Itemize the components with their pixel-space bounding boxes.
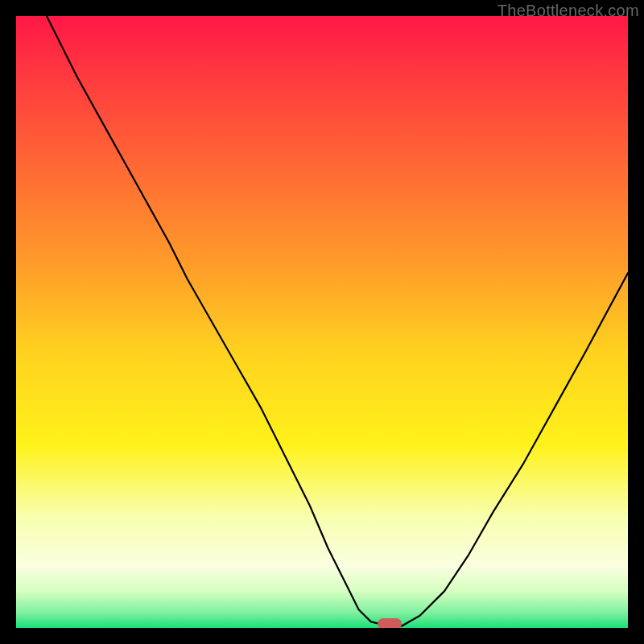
chart-canvas bbox=[16, 16, 628, 628]
optimal-point-marker bbox=[378, 618, 402, 628]
chart-frame: TheBottleneck.com bbox=[0, 0, 644, 644]
plot-area bbox=[16, 16, 628, 628]
